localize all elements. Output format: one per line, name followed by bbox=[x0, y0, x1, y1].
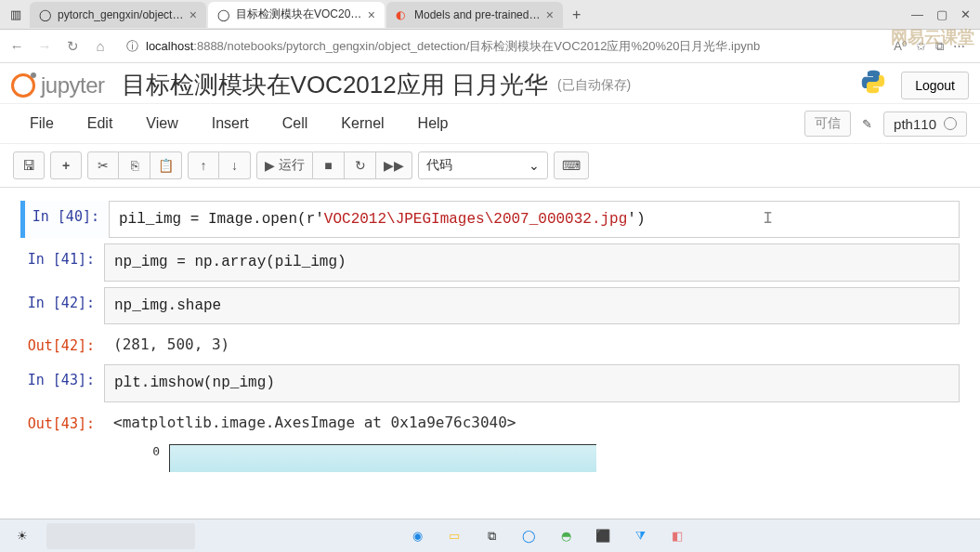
command-palette-button[interactable]: ⌨ bbox=[554, 151, 589, 179]
code-cell[interactable]: In [41]: np_img = np.array(pil_img) bbox=[20, 243, 960, 281]
tab-title: 目标检测模块在VOC2012应用 日 bbox=[236, 7, 362, 22]
menu-edit[interactable]: Edit bbox=[71, 110, 130, 138]
input-prompt: In [41]: bbox=[20, 243, 104, 281]
kernel-name: pth110 bbox=[894, 116, 936, 132]
menu-insert[interactable]: Insert bbox=[195, 110, 266, 138]
menu-file[interactable]: File bbox=[13, 110, 71, 138]
app-icon[interactable]: ⬛ bbox=[590, 523, 616, 549]
input-prompt: In [42]: bbox=[20, 287, 104, 324]
browser-tab-active[interactable]: ◯ 目标检测模块在VOC2012应用 日 × bbox=[208, 2, 385, 28]
watermark: 网易云课堂 bbox=[891, 26, 974, 48]
refresh-button[interactable]: ↻ bbox=[63, 38, 82, 55]
browser-toolbar: ← → ↻ ⌂ ⓘ localhost:8888/notebooks/pytor… bbox=[0, 30, 980, 63]
logout-button[interactable]: Logout bbox=[901, 72, 969, 99]
menu-kernel[interactable]: Kernel bbox=[324, 110, 400, 138]
code-cell[interactable]: In [43]: plt.imshow(np_img) bbox=[20, 364, 960, 401]
menu-cell[interactable]: Cell bbox=[266, 110, 325, 138]
restart-run-all-button[interactable]: ▶▶ bbox=[376, 151, 412, 179]
pytorch-favicon-icon: ◐ bbox=[396, 8, 409, 21]
close-icon[interactable]: × bbox=[189, 7, 197, 22]
output-cell: Out[42]: (281, 500, 3) bbox=[20, 330, 960, 359]
move-down-button[interactable]: ↓ bbox=[219, 151, 251, 179]
browser-tab[interactable]: ◐ Models and pre-trained weights × bbox=[386, 2, 563, 28]
site-info-icon[interactable]: ⓘ bbox=[126, 38, 138, 55]
new-tab-button[interactable]: + bbox=[565, 7, 588, 23]
cut-button[interactable]: ✂ bbox=[87, 151, 119, 179]
restart-button[interactable]: ↻ bbox=[345, 151, 376, 179]
notebook-title[interactable]: 目标检测模块在VOC2012应用 日月光华 bbox=[122, 69, 548, 101]
jupyter-menubar: File Edit View Insert Cell Kernel Help 可… bbox=[0, 103, 980, 143]
forward-button[interactable]: → bbox=[35, 38, 54, 54]
app-icon[interactable]: ◧ bbox=[664, 523, 690, 549]
jupyter-favicon-icon: ◯ bbox=[39, 8, 52, 21]
jupyter-header: jupyter 目标检测模块在VOC2012应用 日月光华 (已自动保存) Lo… bbox=[0, 63, 980, 103]
code-editor[interactable]: plt.imshow(np_img) bbox=[104, 364, 960, 401]
close-icon[interactable]: × bbox=[368, 7, 375, 22]
explorer-icon[interactable]: ▭ bbox=[441, 523, 467, 549]
close-window-icon[interactable]: ✕ bbox=[960, 7, 971, 21]
address-bar[interactable]: ⓘ localhost:8888/notebooks/pytorch_gengx… bbox=[119, 34, 884, 59]
autosave-status: (已自动保存) bbox=[557, 77, 631, 94]
plot-image bbox=[169, 444, 596, 472]
add-cell-button[interactable]: + bbox=[50, 151, 82, 179]
paste-button[interactable]: 📋 bbox=[150, 151, 182, 179]
code-editor[interactable]: np_img.shape bbox=[104, 287, 960, 324]
jupyter-favicon-icon: ◯ bbox=[217, 8, 230, 21]
windows-taskbar: ☀ ◉ ▭ ⧉ ◯ ◓ ⬛ ⧩ ◧ bbox=[0, 519, 980, 552]
output-text: <matplotlib.image.AxesImage at 0x1a9e76c… bbox=[104, 408, 960, 437]
terminal-icon[interactable]: ⧉ bbox=[478, 523, 504, 549]
chevron-down-icon: ⌄ bbox=[529, 158, 540, 173]
close-icon[interactable]: × bbox=[546, 7, 554, 22]
trusted-indicator[interactable]: 可信 bbox=[804, 111, 851, 137]
input-prompt: In [40]: bbox=[25, 201, 109, 238]
text-cursor-icon: I bbox=[763, 207, 773, 230]
tab-title: pytorch_gengxin/object_detecti bbox=[58, 8, 184, 21]
python-logo-icon bbox=[860, 69, 886, 101]
plot-tick: 0 bbox=[123, 444, 160, 458]
menu-view[interactable]: View bbox=[129, 110, 194, 138]
kernel-indicator[interactable]: pth110 bbox=[883, 112, 967, 137]
interrupt-button[interactable]: ■ bbox=[313, 151, 345, 179]
browser-app-icon[interactable]: ◯ bbox=[516, 523, 542, 549]
output-prompt: Out[43]: bbox=[20, 408, 104, 437]
minimize-icon[interactable]: — bbox=[911, 7, 923, 21]
url-text: localhost:8888/notebooks/pytorch_gengxin… bbox=[146, 38, 760, 55]
browser-tabstrip: ▥ ◯ pytorch_gengxin/object_detecti × ◯ 目… bbox=[0, 0, 980, 30]
output-text: (281, 500, 3) bbox=[104, 330, 960, 359]
edit-icon[interactable]: ✎ bbox=[862, 117, 872, 131]
weather-icon[interactable]: ☀ bbox=[9, 523, 35, 549]
taskbar-app[interactable] bbox=[46, 523, 195, 549]
wechat-icon[interactable]: ◓ bbox=[553, 523, 579, 549]
run-button[interactable]: ▶运行 bbox=[256, 151, 313, 179]
output-cell: Out[43]: <matplotlib.image.AxesImage at … bbox=[20, 408, 960, 437]
window-menu-icon[interactable]: ▥ bbox=[6, 5, 26, 25]
code-editor[interactable]: np_img = np.array(pil_img) bbox=[104, 243, 960, 281]
browser-tab[interactable]: ◯ pytorch_gengxin/object_detecti × bbox=[30, 2, 206, 28]
code-cell[interactable]: In [40]: pil_img = Image.open(r'VOC2012\… bbox=[20, 201, 960, 238]
jupyter-toolbar: 🖫 + ✂ ⎘ 📋 ↑ ↓ ▶运行 ■ ↻ ▶▶ 代码 ⌄ ⌨ bbox=[0, 143, 980, 188]
move-up-button[interactable]: ↑ bbox=[188, 151, 219, 179]
notebook-container: In [40]: pil_img = Image.open(r'VOC2012\… bbox=[0, 188, 980, 482]
input-prompt: In [43]: bbox=[20, 364, 104, 401]
jupyter-logo[interactable]: jupyter bbox=[11, 72, 105, 99]
code-cell[interactable]: In [42]: np_img.shape bbox=[20, 287, 960, 324]
maximize-icon[interactable]: ▢ bbox=[936, 7, 947, 21]
vscode-icon[interactable]: ⧩ bbox=[627, 523, 653, 549]
cell-type-select[interactable]: 代码 ⌄ bbox=[418, 151, 548, 179]
kernel-status-icon bbox=[944, 117, 957, 130]
edge-icon[interactable]: ◉ bbox=[404, 523, 430, 549]
save-button[interactable]: 🖫 bbox=[13, 151, 45, 179]
plot-output: 0 bbox=[123, 444, 960, 475]
tab-title: Models and pre-trained weights bbox=[414, 8, 541, 21]
menu-help[interactable]: Help bbox=[401, 110, 465, 138]
copy-button[interactable]: ⎘ bbox=[119, 151, 150, 179]
jupyter-logo-icon bbox=[11, 73, 35, 98]
code-editor[interactable]: pil_img = Image.open(r'VOC2012\JPEGImage… bbox=[109, 201, 960, 238]
home-button[interactable]: ⌂ bbox=[91, 38, 110, 54]
output-prompt: Out[42]: bbox=[20, 330, 104, 359]
back-button[interactable]: ← bbox=[7, 38, 26, 54]
